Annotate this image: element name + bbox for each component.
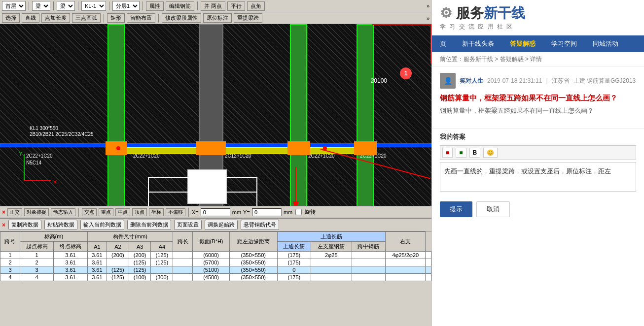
member-label-select[interactable]: 梁 xyxy=(57,1,75,11)
member-id-select[interactable]: KL-1 xyxy=(81,1,106,11)
cell-a3-2: (125) xyxy=(151,259,173,266)
th-top-bar-label: 上通长筋 xyxy=(277,242,311,252)
editor-img2-btn[interactable]: ■ xyxy=(456,148,466,158)
cell-dist-4: (175) xyxy=(277,274,311,281)
midpoint-btn[interactable]: 中点 xyxy=(115,208,130,216)
two-point-button[interactable]: 并 两点 xyxy=(201,1,225,11)
nav-qa[interactable]: 答疑解惑 xyxy=(502,35,543,52)
editor-img1-btn[interactable]: ■ xyxy=(442,148,453,158)
answer-section: 我的答案 ■ ■ B 😊 先画一直线的，重提梁跨，或设置支座后，原位标注，距左 xyxy=(432,128,644,196)
cad-drawing[interactable]: 20100 1 KL1 300*550 2B10/2B21 2C25/2C32/… xyxy=(0,24,431,206)
swap-span-btn[interactable]: 调换起始跨 xyxy=(205,220,238,230)
coord-btn[interactable]: 坐标 xyxy=(149,208,164,216)
vertex-btn[interactable]: 顶点 xyxy=(132,208,147,216)
th-a1: A1 xyxy=(87,242,107,252)
line-button[interactable]: 直线 xyxy=(22,13,39,23)
x-label: X xyxy=(53,179,57,185)
table-row[interactable]: 1 1 3.61 3.61 (200) (200) (125) (6000) (… xyxy=(0,252,431,259)
copy-span-btn[interactable]: 复制跨数据 xyxy=(8,220,41,230)
mm-label-y: mm xyxy=(284,209,292,215)
original-mark-button[interactable]: 原位标注 xyxy=(203,13,232,23)
th-mid-bar: 跨中钢筋 xyxy=(352,242,385,252)
floor-select[interactable]: 首层 xyxy=(2,1,26,11)
table-row[interactable]: 4 4 3.61 3.61 (125) (100) (300) (4500) (… xyxy=(0,274,431,281)
table-panel: × 复制跨数据 粘贴跨数据 输入当前列数据 删除当前列数据 页面设置 调换起始跨… xyxy=(0,218,431,326)
steel-label-n: N5C14 xyxy=(26,160,41,165)
th-size: 构件尺寸(mm) xyxy=(87,232,173,242)
smart-place-button[interactable]: 智能布置 xyxy=(127,13,155,23)
layer-select[interactable]: 分层1 xyxy=(112,1,140,11)
cell-a2-2: (125) xyxy=(129,259,151,266)
cell-dist-2: (175) xyxy=(277,259,311,266)
hatch-left xyxy=(0,24,113,206)
cell-a3-1: (125) xyxy=(151,252,173,259)
rotate-checkbox[interactable] xyxy=(295,209,302,215)
action-buttons: 提示 取消 xyxy=(432,196,644,223)
table-row-highlighted[interactable]: 3 3 3.61 3.61 (125) (125) (5100) (350×55… xyxy=(0,266,431,274)
submit-button[interactable]: 提示 xyxy=(440,201,472,217)
separator: | xyxy=(546,77,547,84)
cell-a1-3: (125) xyxy=(107,266,129,274)
white-line-h2 xyxy=(148,177,256,178)
cell-row-num-4: 4 xyxy=(0,274,20,281)
snap-btn[interactable]: 对象捕捉 xyxy=(24,208,49,216)
intersect-btn[interactable]: 交点 xyxy=(82,208,97,216)
midweight-btn[interactable]: 重点 xyxy=(99,208,113,216)
cell-top-bar-3 xyxy=(311,266,352,274)
modify-segment-button[interactable]: 修改梁段属性 xyxy=(162,13,201,23)
node-3 xyxy=(287,141,310,155)
cell-span-1: 1 xyxy=(20,252,53,259)
cell-left-bar-3 xyxy=(352,266,385,274)
rect-button[interactable]: 矩形 xyxy=(107,13,125,23)
close-x[interactable]: × xyxy=(2,209,5,216)
logo-text-main: 服务 xyxy=(456,5,484,21)
cantilever-code-btn[interactable]: 悬臂钢筋代号 xyxy=(241,220,279,230)
th-dist: 距左边缘距离 xyxy=(229,232,277,252)
no-offset-btn[interactable]: 不偏移 xyxy=(166,208,185,216)
th-a4: A4 xyxy=(151,242,173,252)
status-bar: × 正交 对象捕捉 动态输入 交点 重点 中点 顶点 坐标 不偏移 X= 0 m… xyxy=(0,206,431,218)
re-extract-button[interactable]: 重提梁跨 xyxy=(234,13,262,23)
editor-bold-btn[interactable]: B xyxy=(469,148,481,158)
question-title: 钢筋算量中，框架梁五跨如果不在同一直线上怎么画？ xyxy=(440,93,636,103)
cell-end-h-3: 3.61 xyxy=(87,266,107,274)
question-title-text: 钢筋算量中，框架梁五跨如果不在同一直线上怎么画？ xyxy=(440,94,617,102)
cell-left-bar-1 xyxy=(352,252,385,259)
cell-a1-2 xyxy=(107,259,129,266)
paste-span-btn[interactable]: 粘贴跨数据 xyxy=(44,220,77,230)
x-value: 0 xyxy=(201,208,230,216)
member-type-select[interactable]: 梁 xyxy=(32,1,50,11)
three-point-arc-button[interactable]: 三点画弧 xyxy=(72,13,101,23)
author-row: 👤 笑对人生 2019-07-18 21:31:11 | 江苏省 土建 钢筋算量… xyxy=(440,73,636,89)
angle-button[interactable]: 点角 xyxy=(247,1,265,11)
th-a3: A3 xyxy=(129,242,151,252)
editor-emoji-btn[interactable]: 😊 xyxy=(483,148,498,158)
delete-col-btn[interactable]: 删除当前列数据 xyxy=(127,220,171,230)
point-extend-button[interactable]: 点加长度 xyxy=(41,13,70,23)
nav-learning[interactable]: 学习空间 xyxy=(543,35,585,52)
nav-home[interactable]: 页 xyxy=(432,35,454,52)
logo-text-accent: 新干线 xyxy=(484,5,525,21)
table-scroll[interactable]: 跨号 标高(m) 构件尺寸(mm) 跨长 截面(B*H) 距左边缘距离 上通长筋… xyxy=(0,231,431,281)
input-col-btn[interactable]: 输入当前列数据 xyxy=(80,220,124,230)
cell-section-1: (350×550) xyxy=(229,252,277,259)
parallel-button[interactable]: 平行 xyxy=(227,1,245,11)
page-setup-btn[interactable]: 页面设置 xyxy=(174,220,202,230)
cell-span-len-2: (5700) xyxy=(193,259,230,266)
cancel-button[interactable]: 取消 xyxy=(476,201,510,217)
table-row[interactable]: 2 2 3.61 3.61 (125) (125) (5700) (350×55… xyxy=(0,259,431,266)
table-close-btn[interactable]: × xyxy=(2,222,5,228)
edit-rebar-button[interactable]: 编辑钢筋 xyxy=(166,1,194,11)
nav-headlines[interactable]: 新干线头条 xyxy=(454,35,502,52)
attr-button[interactable]: 属性 xyxy=(146,1,164,11)
orthogonal-btn[interactable]: 正交 xyxy=(7,208,22,216)
dynamic-input-btn[interactable]: 动态输入 xyxy=(51,208,75,216)
th-top-bar: 上通长筋 xyxy=(277,232,385,242)
sep5 xyxy=(143,1,143,10)
x-axis xyxy=(24,180,51,181)
select-button[interactable]: 选择 xyxy=(2,13,20,23)
expand-btn2[interactable]: » xyxy=(427,15,429,21)
nav-city[interactable]: 同城活动 xyxy=(585,35,626,52)
sep6 xyxy=(197,1,198,10)
expand-btn[interactable]: » xyxy=(427,3,429,9)
